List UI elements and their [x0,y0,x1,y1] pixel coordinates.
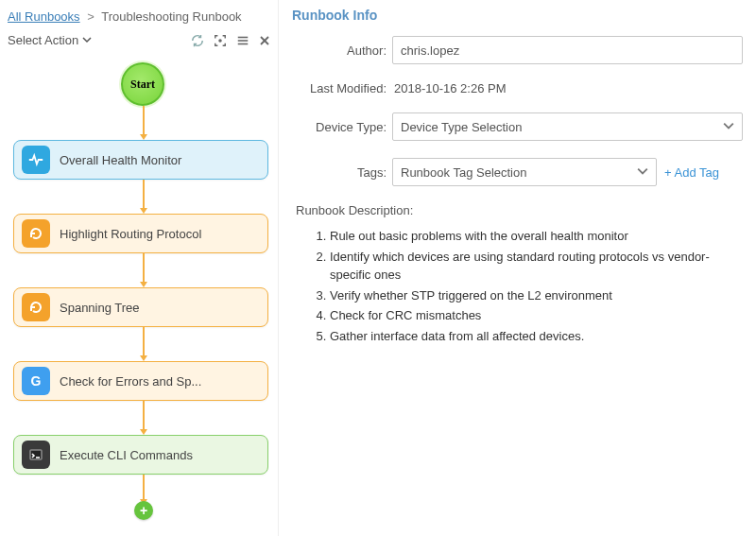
step-label: Overall Health Monitor [60,153,181,167]
add-tag-link[interactable]: + Add Tag [664,165,719,180]
step-check-errors[interactable]: G Check for Errors and Sp... [13,361,268,401]
focus-icon[interactable] [214,34,227,47]
description-list: Rule out basic problems with the overall… [292,227,743,345]
svg-point-0 [219,39,221,41]
device-type-select[interactable]: Device Type Selection [392,112,743,141]
runbook-info-panel: Runbook Info Author: Last Modified: 2018… [279,0,756,536]
start-node-label: Start [130,78,155,92]
add-icon: + [140,503,147,518]
step-label: Highlight Routing Protocol [60,227,201,241]
grid-letter-icon: G [22,367,50,395]
breadcrumb-current: Troubleshooting Runbook [101,9,241,24]
step-label: Check for Errors and Sp... [60,374,201,389]
health-monitor-icon [22,146,50,174]
step-execute-cli[interactable]: Execute CLI Commands [13,435,268,475]
routing-protocol-icon [22,219,50,248]
breadcrumb-link-root[interactable]: All Runbooks [8,9,80,24]
description-item: Rule out basic problems with the overall… [330,227,743,246]
step-label: Execute CLI Commands [60,448,193,462]
tags-label: Tags: [292,165,387,180]
flow-connector [143,327,145,355]
flow-connector [143,180,145,208]
select-action-dropdown[interactable]: Select Action [8,33,92,47]
step-spanning-tree[interactable]: Spanning Tree [13,287,268,327]
author-label: Author: [292,43,387,58]
device-type-row: Device Type: Device Type Selection [292,112,743,141]
left-panel: All Runbooks > Troubleshooting Runbook S… [0,0,279,536]
start-node[interactable]: Start [121,62,164,106]
description-item: Gather interface data from all affected … [330,327,743,346]
description-item: Verify whether STP triggered on the L2 e… [330,286,743,305]
terminal-icon [22,441,50,469]
tags-placeholder: Runbook Tag Selection [401,165,526,180]
flow-toolbar: Select Action [6,29,272,55]
list-icon[interactable] [236,34,249,47]
step-label: Spanning Tree [60,301,140,315]
breadcrumb: All Runbooks > Troubleshooting Runbook [6,8,272,29]
flow-connector [143,475,145,499]
flow-tool-icons [191,34,270,47]
add-step-button[interactable]: + [134,501,153,520]
chevron-down-icon [82,33,92,47]
step-highlight-routing[interactable]: Highlight Routing Protocol [13,214,268,253]
close-icon[interactable] [259,35,270,46]
last-modified-value: 2018-10-16 2:26 PM [392,81,507,95]
select-action-label: Select Action [8,33,78,47]
author-input[interactable] [392,36,743,64]
chevron-down-icon [637,165,648,180]
breadcrumb-separator: > [87,9,94,24]
author-row: Author: [292,36,743,64]
description-label: Runbook Description: [296,203,743,217]
device-type-label: Device Type: [292,120,387,134]
tags-select[interactable]: Runbook Tag Selection [392,158,657,186]
flow-connector [143,106,145,134]
flow-canvas: Start Overall Health Monitor Highlight R… [6,55,272,527]
refresh-icon[interactable] [191,34,204,47]
flow-connector [143,253,145,282]
flow-connector [143,401,145,429]
description-item: Identify which devices are using standar… [330,248,743,285]
description-item: Check for CRC mismatches [330,306,743,325]
last-modified-label: Last Modified: [292,81,387,95]
spanning-tree-icon [22,293,50,321]
device-type-placeholder: Device Type Selection [401,120,522,134]
panel-title: Runbook Info [292,4,743,36]
tags-row: Tags: Runbook Tag Selection + Add Tag [292,158,743,186]
step-overall-health[interactable]: Overall Health Monitor [13,140,268,180]
chevron-down-icon [723,120,734,134]
last-modified-row: Last Modified: 2018-10-16 2:26 PM [292,81,743,95]
